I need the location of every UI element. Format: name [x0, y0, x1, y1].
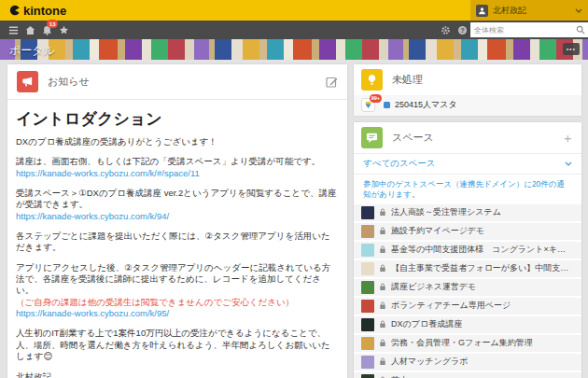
space-name: ボランティアチーム専用ページ: [391, 300, 511, 312]
announcement-title: お知らせ: [48, 75, 90, 89]
portal-title: ポータル: [9, 43, 55, 59]
todo-app-name: 250415人マスタ: [395, 99, 457, 111]
global-navbar: 13 ?: [0, 21, 588, 39]
space-thumbnail: [361, 225, 374, 238]
lightbulb-icon: [361, 69, 383, 91]
announcement-link[interactable]: https://kanade-works.cybozu.com/k/94/: [16, 211, 339, 222]
space-thumbnail: [361, 356, 374, 369]
space-name: 前山: [391, 374, 408, 378]
space-thumbnail: [361, 318, 374, 331]
space-list-item[interactable]: 法人商談～受注管理システム: [354, 204, 581, 223]
todo-count-badge: 99+: [370, 94, 382, 103]
search-input[interactable]: [470, 26, 576, 35]
edit-announcement-icon[interactable]: [326, 76, 338, 88]
chevron-down-icon: [575, 8, 582, 13]
chevron-down-icon: [565, 161, 572, 166]
todo-panel: 未処理 99+ 250415人マスタ: [354, 64, 581, 116]
space-list: 法人商談～受注管理システム施設予約マイページデモ基金等の中間支援団体様 コングラ…: [354, 204, 581, 378]
space-list-item[interactable]: 講座ビジネス運営デモ: [354, 279, 581, 298]
notification-count-badge: 13: [47, 20, 58, 28]
space-name: 【自主事業で受益者フォローが多い】中間支援団体Kintone構築プロジェ…: [391, 262, 574, 274]
todo-header: 未処理: [354, 64, 581, 95]
space-thumbnail: [361, 300, 374, 313]
user-name: 北村政記: [493, 5, 570, 17]
app-header: kintone 北村政記: [0, 0, 588, 21]
spacer: [16, 147, 339, 156]
spacer: [16, 363, 339, 371]
space-list-item[interactable]: DXのプロ養成講座: [354, 316, 581, 335]
announcement-text: （ご自身の課題は他の受講生は閲覧できませんのでご安心ください）: [16, 297, 339, 308]
spacer: [16, 254, 339, 262]
spaces-title: スペース: [392, 131, 434, 145]
lock-icon: [379, 245, 386, 254]
todo-app-link[interactable]: 99+ 250415人マスタ: [354, 95, 581, 116]
todo-title: 未処理: [392, 73, 423, 87]
user-menu[interactable]: 北村政記: [470, 0, 588, 21]
lock-icon: [379, 320, 386, 329]
space-name: 法人商談～受注管理システム: [391, 206, 501, 218]
settings-gear-icon[interactable]: [437, 23, 454, 36]
announcement-link[interactable]: https://kanade-works.cybozu.com/k/95/: [16, 308, 339, 319]
spaces-panel: スペース ＋ すべてのスペース 参加中のゲストスペース（連携先ドメイン）に20件…: [354, 122, 581, 378]
kintone-logo-icon: [9, 5, 21, 16]
space-thumbnail: [361, 244, 374, 257]
announcement-text: 各ステップごとに課題を提出いただく際には、②タスク管理アプリを活用いただきます。: [16, 231, 339, 254]
announcement-body: イントロダクション DXのプロ養成講座の受講ありがとうございます！講座は、画面右…: [7, 100, 347, 378]
kintone-logo-text: kintone: [23, 4, 66, 18]
portal-cover-banner: ポータル •••: [0, 39, 588, 60]
all-spaces-label: すべてのスペース: [363, 158, 436, 170]
hamburger-menu-icon[interactable]: [5, 23, 21, 36]
space-list-item[interactable]: ボランティアチーム専用ページ: [354, 298, 581, 316]
portal-content: お知らせ イントロダクション DXのプロ養成講座の受講ありがとうございます！講座…: [0, 60, 588, 378]
search-icon[interactable]: [576, 25, 585, 35]
space-name: 人材マッチングラボ: [391, 356, 468, 368]
announcement-text: 北村政記: [16, 371, 339, 378]
space-list-item[interactable]: 労務・会員管理・Gフォーム集約管理: [354, 335, 581, 354]
space-name: 基金等の中間支援団体様 コングラント×キントーン連携: [391, 244, 574, 256]
space-thumbnail: [361, 281, 374, 294]
portal-more-options-button[interactable]: •••: [563, 43, 580, 55]
svg-text:?: ?: [460, 26, 464, 33]
space-list-item[interactable]: 【自主事業で受益者フォローが多い】中間支援団体Kintone構築プロジェ…: [354, 260, 581, 279]
announcement-text: DXのプロ養成講座の受講ありがとうございます！: [16, 136, 339, 147]
space-name: 講座ビジネス運営デモ: [391, 281, 476, 293]
add-space-button[interactable]: ＋: [561, 132, 574, 145]
lock-icon: [379, 357, 386, 366]
app-icon: 99+: [361, 98, 375, 112]
space-thumbnail: [361, 337, 374, 350]
home-icon[interactable]: [21, 23, 38, 36]
lock-icon: [379, 227, 386, 235]
space-thumbnail: [361, 374, 374, 378]
space-list-item[interactable]: 人材マッチングラボ: [354, 354, 581, 372]
announcement-link[interactable]: https://kanade-works.cybozu.com/k/#/spac…: [16, 168, 339, 179]
all-spaces-filter[interactable]: すべてのスペース: [354, 153, 581, 175]
intro-heading: イントロダクション: [16, 108, 339, 130]
announcement-text: 受講スペース＞①DXのプロ養成講座 ver.2というアプリを閲覧することで、講座…: [16, 188, 339, 211]
space-list-item[interactable]: 基金等の中間支援団体様 コングラント×キントーン連携: [354, 242, 581, 260]
megaphone-icon: [17, 71, 38, 92]
kintone-logo[interactable]: kintone: [9, 4, 66, 18]
help-icon[interactable]: ?: [454, 23, 470, 36]
space-thumbnail: [361, 262, 374, 275]
announcement-text: 人、場所、時間を選んだ働き方を叶えられるよう、半年間よろしくお願いいたします😊: [16, 340, 339, 363]
spaces-header: スペース ＋: [354, 122, 581, 153]
speech-bubble-icon: [361, 127, 383, 148]
announcement-panel: お知らせ イントロダクション DXのプロ養成講座の受講ありがとうございます！講座…: [7, 64, 347, 378]
sidebar: 未処理 99+ 250415人マスタ スペース ＋ すべてのスペー: [354, 64, 581, 378]
lock-icon: [379, 208, 386, 217]
announcement-text: 講座は、画面右側、もしくは下記の「受講スペース」より受講が可能です。: [16, 156, 339, 167]
notifications-bell-icon[interactable]: 13: [38, 23, 55, 36]
space-name: 施設予約マイページデモ: [391, 225, 484, 237]
space-list-item[interactable]: 前山: [354, 372, 581, 378]
global-search: [470, 22, 588, 37]
announcement-text: アプリにアクセスした後、②タスク管理アプリのヘッダーに記載されている方法で、各講…: [16, 262, 339, 297]
space-thumbnail: [361, 206, 374, 219]
spacer: [16, 319, 339, 328]
user-avatar-icon: [476, 5, 488, 17]
lock-icon: [379, 339, 386, 347]
space-name: DXのプロ養成講座: [391, 318, 462, 330]
guest-space-notice[interactable]: 参加中のゲストスペース（連携先ドメイン）に20件の通知があります。: [354, 175, 581, 204]
space-list-item[interactable]: 施設予約マイページデモ: [354, 223, 581, 242]
announcement-lines: DXのプロ養成講座の受講ありがとうございます！講座は、画面右側、もしくは下記の「…: [16, 136, 339, 378]
lock-icon: [379, 283, 386, 291]
